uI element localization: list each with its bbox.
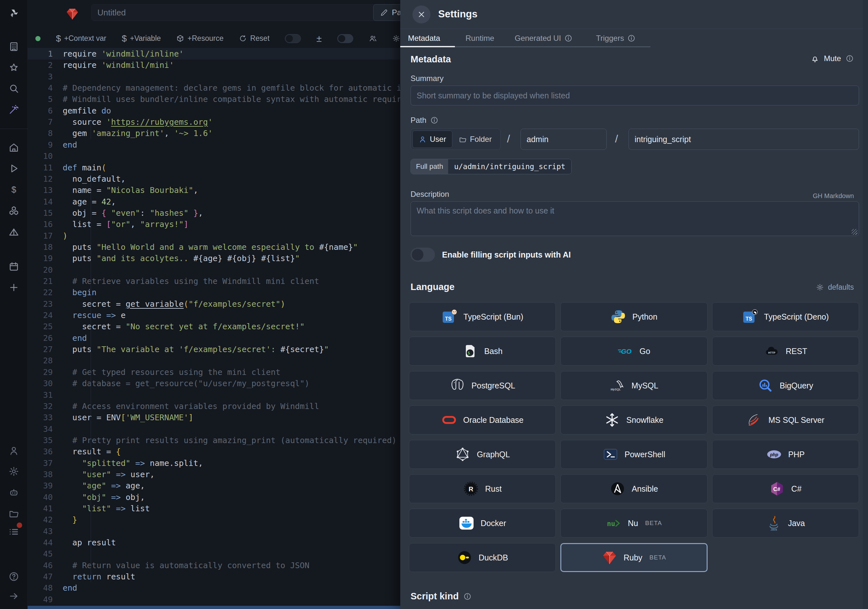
sidebar-audit-logs-icon[interactable] [0, 524, 28, 539]
line-number: 2 [28, 59, 53, 71]
line-number: 46 [28, 560, 53, 571]
editor-bottom-splitter[interactable] [28, 606, 400, 609]
sidebar-user-icon[interactable] [0, 443, 28, 458]
language-card-duckdb[interactable]: DuckDB [409, 543, 556, 572]
add-resource-button[interactable]: +Resource [176, 34, 223, 43]
sidebar-schedules-calendar-icon[interactable] [0, 259, 28, 274]
language-card-snowflake[interactable]: Snowflake [560, 406, 707, 434]
language-card-oracle-database[interactable]: Oracle Database [409, 406, 556, 434]
sidebar-workspace-building-icon[interactable] [0, 39, 28, 54]
code-line: 35 # Pretty print results using amazing_… [28, 435, 400, 446]
line-number: 38 [28, 469, 53, 480]
script-kind-heading: Script kind [411, 591, 471, 601]
owner-kind-user-button[interactable]: User [412, 130, 452, 148]
svg-text:R: R [469, 485, 474, 493]
language-card-label: Java [788, 519, 805, 528]
code-text: ) [63, 230, 68, 242]
textarea-resize-handle[interactable] [852, 229, 857, 235]
language-card-mysql[interactable]: MySQLMySQL [560, 371, 707, 400]
code-text: rescue => e [63, 310, 126, 321]
path-name-input[interactable] [628, 129, 859, 150]
summary-input[interactable] [411, 85, 859, 105]
svg-text:$_: $_ [467, 350, 473, 355]
language-card-ruby[interactable]: RubyBETA [560, 543, 707, 572]
language-card-typescript-bun-[interactable]: TSTypeScript (Bun) [409, 302, 556, 331]
sidebar-triggers-prism-icon[interactable] [0, 225, 28, 240]
sidebar-add-plus-icon[interactable] [0, 280, 28, 295]
sidebar-home-icon[interactable] [0, 140, 28, 155]
language-card-graphql[interactable]: GraphQL [409, 440, 556, 469]
sidebar-help-icon[interactable] [0, 569, 28, 584]
info-icon [564, 34, 573, 42]
description-textarea[interactable] [411, 201, 859, 236]
language-card-bash[interactable]: $_Bash [409, 337, 556, 366]
sidebar-ai-wand-icon[interactable] [0, 102, 28, 117]
language-card-label: GraphQL [477, 450, 510, 459]
language-card-label: Snowflake [626, 415, 663, 425]
code-line: 32 # Access environment variables provid… [28, 401, 400, 412]
language-card-docker[interactable]: Docker [409, 509, 556, 538]
reset-button[interactable]: Reset [239, 34, 270, 43]
language-card-c-[interactable]: C#C# [712, 474, 859, 503]
language-card-postgresql[interactable]: PostgreSQL [409, 371, 556, 400]
language-card-label: REST [786, 347, 807, 356]
close-button[interactable] [412, 5, 431, 23]
code-editor[interactable]: 1require 'windmill/inline'2require 'wind… [28, 48, 400, 606]
sidebar-resources-cubes-icon[interactable] [0, 203, 28, 218]
add-variable-button[interactable]: $ +Variable [122, 33, 161, 44]
sidebar-folders-icon[interactable] [0, 506, 28, 521]
language-card-php[interactable]: phpPHP [712, 440, 859, 469]
line-number: 21 [28, 276, 53, 287]
language-card-java[interactable]: JavaJava [712, 509, 859, 538]
description-label: Description [411, 190, 449, 199]
sidebar-variables-dollar-icon[interactable]: $ [0, 182, 28, 197]
line-number: 17 [28, 230, 53, 242]
language-card-nu[interactable]: nuNuBETA [560, 509, 707, 538]
ruby-language-icon [65, 7, 79, 20]
language-card-ansible[interactable]: Ansible [560, 474, 707, 503]
language-card-ms-sql-server[interactable]: MS SQL Server [712, 406, 859, 434]
sidebar-favorites-star-icon[interactable] [0, 60, 28, 75]
sidebar-workers-robot-icon[interactable] [0, 485, 28, 500]
metadata-heading: Metadata [411, 54, 451, 65]
diff-mode-toggle[interactable] [285, 34, 301, 43]
language-card-go[interactable]: GOGo [560, 337, 707, 366]
tab-metadata[interactable]: Metadata [408, 29, 440, 47]
summary-label: Summary [411, 74, 444, 83]
language-defaults-button[interactable]: defaults [816, 283, 854, 291]
line-number: 35 [28, 435, 53, 446]
editor-settings-gear-icon[interactable] [392, 34, 400, 42]
sidebar-collapse-arrow-icon[interactable] [0, 589, 28, 604]
sidebar-runs-play-icon[interactable] [0, 161, 28, 176]
tab-triggers[interactable]: Triggers [596, 29, 636, 47]
svg-text:nu: nu [607, 520, 615, 528]
code-text: secret = "No secret yet at f/examples/se… [63, 321, 305, 332]
language-card-bigquery[interactable]: BigQuery [712, 371, 859, 400]
drawer-scrollbar[interactable] [863, 0, 868, 609]
language-card-rest[interactable]: HTTPREST [712, 337, 859, 366]
code-line: 20 [28, 264, 400, 276]
line-number: 19 [28, 253, 53, 264]
owner-kind-folder-button[interactable]: Folder [453, 130, 498, 148]
language-card-powershell[interactable]: PowerShell [560, 440, 707, 469]
line-number: 29 [28, 367, 53, 378]
tab-generated-ui[interactable]: Generated UI [515, 29, 573, 47]
code-text: "list" => list [63, 503, 150, 514]
ai-fill-toggle[interactable] [411, 248, 435, 262]
sidebar-search-icon[interactable] [0, 81, 28, 96]
path-owner-input[interactable] [521, 129, 607, 150]
line-number: 43 [28, 526, 53, 537]
language-card-rust[interactable]: RRust [409, 474, 556, 503]
svg-text:TS: TS [445, 316, 452, 322]
sidebar-settings-gear-icon[interactable] [0, 464, 28, 479]
language-card-label: Docker [480, 519, 506, 528]
multiplayer-toggle[interactable] [337, 34, 353, 43]
language-card-typescript-deno-[interactable]: TSTypeScript (Deno) [712, 302, 859, 331]
tab-runtime[interactable]: Runtime [465, 29, 494, 47]
line-number: 13 [28, 184, 53, 196]
script-title-input[interactable] [91, 4, 388, 21]
language-card-label: C# [791, 484, 801, 494]
add-context-var-button[interactable]: $ +Context var [56, 33, 106, 44]
mute-button[interactable]: Mute [811, 54, 854, 63]
language-card-python[interactable]: Python [560, 302, 707, 331]
